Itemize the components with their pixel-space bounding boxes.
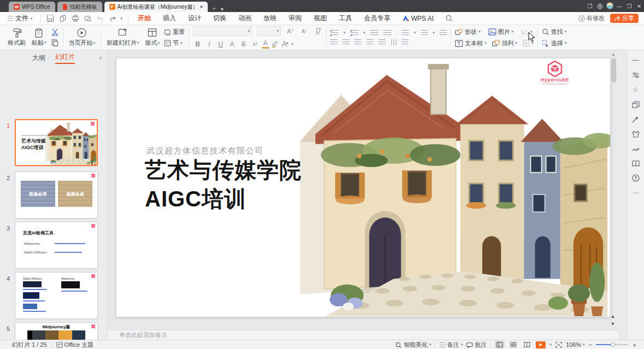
align-center-icon[interactable] [342,39,349,45]
superscript-button[interactable]: X² [250,42,260,47]
workspace-icon[interactable]: ❐ [585,3,595,9]
scrollbar-thumb[interactable] [611,58,616,82]
play-from-current-button[interactable]: 当页开始▾ [67,28,97,47]
increase-font-button[interactable]: A⁺ [286,28,295,35]
village-illustration[interactable] [297,58,610,316]
zoom-slider[interactable] [596,342,628,347]
theme-selector[interactable]: Office 主题 [56,341,94,349]
undo-icon[interactable] [97,15,104,22]
tab-wps-office[interactable]: W WPS Office [9,2,55,12]
maximize-button[interactable]: ❐ [624,3,634,9]
redo-icon[interactable] [109,15,116,22]
menu-tools[interactable]: 工具 [333,14,358,23]
menu-view[interactable]: 视图 [308,14,333,23]
italic-button[interactable]: I [204,40,214,48]
hypercube-logo[interactable]: HypercubE 武汉超方体信息技术有限公司 [537,61,572,90]
paragraph-settings-icon[interactable] [440,30,447,36]
section-button[interactable]: 节▾ [164,39,185,47]
highlight-pen-icon[interactable] [271,40,279,48]
normal-view-button[interactable] [495,341,505,348]
font-size-select[interactable]: ▾ [257,26,281,36]
help-icon[interactable] [631,174,640,182]
text-direction-icon[interactable] [402,30,409,36]
play-options-icon[interactable]: ▾ [549,342,552,347]
copy-icon[interactable] [51,39,59,46]
close-button[interactable]: ✕ [634,3,644,9]
save-icon[interactable] [46,15,54,22]
ribbon-search[interactable] [440,15,459,22]
menu-slideshow[interactable]: 放映 [257,14,283,23]
tab-docer-templates[interactable]: 找稻壳模板 [57,2,102,12]
slide-thumbnail-3[interactable]: 主流AI绘画工具 Midjourney Stable Diffusion [15,222,98,269]
zoom-in-button[interactable]: ＋ [631,341,637,349]
strikethrough-button[interactable]: S [239,40,248,48]
clear-format-icon[interactable] [314,28,322,34]
print-icon[interactable] [72,15,79,22]
effects-star-icon[interactable]: ☆ [631,85,640,94]
bullet-list-icon[interactable] [330,30,338,36]
scroll-up-icon[interactable]: ▲ [610,52,617,56]
comments-button[interactable]: 批注 [466,341,487,349]
duplicate-icon[interactable] [631,100,640,109]
font-color-button[interactable]: A [262,39,269,49]
align-justify-icon[interactable] [366,39,373,45]
output-icon[interactable] [59,15,67,22]
decrease-font-button[interactable]: A⁻ [300,28,309,34]
reading-view-button[interactable] [522,341,532,348]
reference-book-icon[interactable] [631,159,640,168]
chevron-down-icon[interactable]: ▾ [121,16,123,21]
signature-icon[interactable] [631,144,640,153]
increase-indent-icon[interactable] [383,30,391,36]
line-spacing-icon[interactable] [421,30,428,36]
shapes-button[interactable]: 形状▾ [455,28,481,36]
menu-transition[interactable]: 切换 [207,14,232,23]
new-slide-button[interactable]: 新建幻灯片▾ [105,28,141,47]
select-button[interactable]: 选择▾ [542,39,567,48]
bold-button[interactable]: B [193,40,202,48]
slide-layout-button[interactable]: 版式▾ [144,28,162,47]
more-tools-icon[interactable]: ⋯ [631,188,640,197]
slide-sorter-view-button[interactable] [508,341,518,348]
menu-review[interactable]: 审阅 [283,14,308,23]
menu-insert[interactable]: 插入 [157,14,182,23]
modified-status[interactable]: 有修改 [578,14,605,22]
columns-icon[interactable] [390,39,396,45]
font-name-select[interactable]: ▾ [193,26,252,36]
zoom-out-button[interactable]: − [589,341,592,348]
collapse-panel-button[interactable]: ‹ [99,54,102,62]
tab-slides[interactable]: 幻灯片 [55,52,75,64]
menu-animation[interactable]: 动画 [232,14,257,23]
minimize-button[interactable]: — [614,3,624,9]
slide-thumbnail-2[interactable]: 图像处理 视频生成 [15,171,98,218]
textbox-button[interactable]: 文本框▾ [455,39,487,48]
picture-button[interactable]: 图片▾ [488,28,514,36]
slide-title-text[interactable]: 艺术与传媒学院 AIGC培训 [145,156,302,214]
avatar[interactable] [605,2,614,10]
zoom-slider-knob[interactable] [611,342,615,347]
menu-home[interactable]: 开始 [132,14,157,23]
underline-button[interactable]: U [216,40,225,48]
menu-wps-ai[interactable]: WPS AI [396,15,440,22]
fit-to-window-button[interactable] [555,342,562,348]
slideshow-play-button[interactable]: ▶ [536,341,546,348]
decrease-indent-icon[interactable] [370,30,378,36]
numbered-list-icon[interactable] [350,30,359,36]
tab-outline[interactable]: 大纲 [32,54,45,63]
share-button[interactable]: 分享 [610,14,639,23]
smart-beautify-button[interactable]: 智能美化▾ [395,341,431,349]
slide-thumbnail-1[interactable]: 艺术与传媒学院 AIGC培训 [15,119,98,166]
magic-wand-icon[interactable] [631,115,640,123]
align-right-icon[interactable] [354,39,361,45]
previous-slide-button[interactable]: ▲ [610,313,616,319]
cut-icon[interactable] [51,28,59,36]
notes-button[interactable]: 备注▾ [440,341,463,349]
paste-button[interactable]: 粘贴▾ [30,28,48,47]
tab-current-presentation[interactable]: P Ai创意绘画课堂（Midjourney篇） [104,2,208,12]
find-button[interactable]: 查找▾ [542,28,567,36]
char-effect-button[interactable]: A [227,40,237,48]
new-tab-button[interactable]: ＋ [209,4,219,12]
next-slide-button[interactable]: ▼ [610,321,616,327]
notes-bar[interactable]: 单击此处添加备注 [108,330,618,340]
zoom-level[interactable]: 106%▾ [566,341,585,348]
properties-sliders-icon[interactable] [631,70,640,79]
